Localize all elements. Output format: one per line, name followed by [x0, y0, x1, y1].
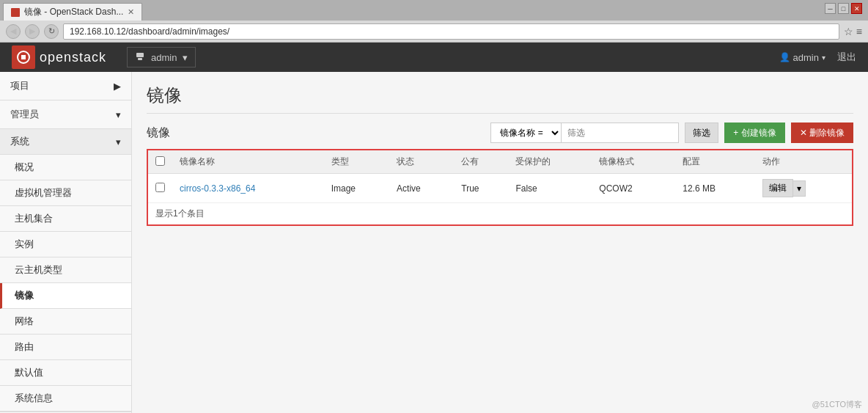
top-navbar: openstack admin ▾ 👤 admin ▾ 退出	[0, 43, 868, 72]
sidebar-item-defaults[interactable]: 默认值	[0, 360, 131, 386]
menu-icon[interactable]: ≡	[856, 26, 862, 37]
image-name-link[interactable]: cirros-0.3.3-x86_64	[180, 183, 255, 194]
table-row: cirros-0.3.3-x86_64 Image Active True Fa…	[148, 174, 852, 203]
user-dropdown-icon: ▾	[822, 54, 825, 62]
table-header-protected: 受保护的	[508, 150, 592, 174]
sidebar-section-admin[interactable]: 管理员 ▾	[0, 100, 131, 129]
browser-tab[interactable]: 镜像 - OpenStack Dash... ✕	[3, 3, 142, 21]
table-section-title: 镜像	[147, 125, 170, 141]
url-bar[interactable]: 192.168.10.12/dashboard/admin/images/	[63, 23, 839, 40]
sidebar-item-flavors[interactable]: 云主机类型	[0, 257, 131, 283]
images-table: 镜像名称 类型 状态 公有 受保护的 镜像格式 配置 动作	[148, 150, 852, 203]
table-header-format: 镜像格式	[592, 150, 675, 174]
row-public-cell: True	[454, 174, 508, 203]
svg-rect-1	[21, 55, 26, 59]
svg-rect-2	[136, 53, 144, 57]
logo-icon	[12, 45, 35, 69]
create-image-button[interactable]: + 创建镜像	[724, 123, 784, 143]
admin-menu[interactable]: admin ▾	[127, 47, 196, 67]
row-status-cell: Active	[389, 174, 454, 203]
row-checkbox-cell	[148, 174, 172, 203]
window-controls: ─ □ ✕	[825, 3, 862, 14]
logout-button[interactable]: 退出	[837, 51, 856, 64]
edit-button[interactable]: 编辑	[762, 179, 793, 197]
url-text: 192.168.10.12/dashboard/admin/images/	[70, 26, 229, 37]
logo-text: openstack	[40, 50, 106, 65]
table-header-name: 镜像名称	[172, 150, 324, 174]
row-size-cell: 12.6 MB	[675, 174, 754, 203]
sidebar-item-instances[interactable]: 实例	[0, 232, 131, 257]
refresh-button[interactable]: ↻	[44, 24, 59, 39]
maximize-button[interactable]: □	[838, 3, 849, 14]
openstack-logo: openstack	[12, 45, 106, 69]
row-name-cell: cirros-0.3.3-x86_64	[172, 174, 324, 203]
svg-rect-3	[138, 58, 142, 60]
sidebar-item-networks-label: 网络	[15, 315, 34, 326]
user-menu[interactable]: 👤 admin ▾	[779, 52, 825, 63]
user-label: admin	[793, 52, 819, 63]
sidebar-item-system-info[interactable]: 系统信息	[0, 386, 131, 412]
sidebar-subsection-system-label: 系统	[10, 135, 29, 148]
forward-button[interactable]: ▶	[25, 24, 40, 39]
sidebar-item-hypervisors-label: 虚拟机管理器	[15, 187, 72, 198]
row-protected-cell: False	[508, 174, 592, 203]
sidebar-item-host-aggregates-label: 主机集合	[15, 213, 53, 224]
sidebar-item-overview[interactable]: 概况	[0, 155, 131, 180]
sidebar-section-project-label: 项目	[10, 79, 29, 92]
table-header-checkbox	[148, 150, 172, 174]
filter-input[interactable]	[562, 123, 679, 143]
admin-label: admin	[151, 52, 177, 63]
table-header-action: 动作	[755, 150, 852, 174]
table-header-size: 配置	[675, 150, 754, 174]
table-toolbar-row: 镜像 镜像名称 = 筛选 + 创建镜像 ✕ 删除镜像	[147, 123, 853, 143]
sidebar-item-routers[interactable]: 路由	[0, 335, 131, 360]
sidebar-item-images[interactable]: 镜像	[0, 283, 131, 309]
row-count: 显示1个条目	[148, 203, 852, 224]
sidebar-section-project-arrow: ▶	[114, 81, 121, 92]
sidebar-subsection-system[interactable]: 系统 ▾	[0, 129, 131, 155]
sidebar-item-overview-label: 概况	[15, 161, 34, 172]
sidebar-item-defaults-label: 默认值	[15, 367, 43, 378]
sidebar-item-flavors-label: 云主机类型	[15, 264, 62, 275]
table-toolbar: 镜像名称 = 筛选 + 创建镜像 ✕ 删除镜像	[490, 123, 853, 143]
sidebar-section-admin-arrow: ▾	[116, 109, 121, 120]
close-button[interactable]: ✕	[851, 3, 862, 14]
sidebar-item-networks[interactable]: 网络	[0, 309, 131, 335]
sidebar-item-system-info-label: 系统信息	[15, 392, 53, 403]
row-action-cell: 编辑 ▾	[755, 174, 852, 203]
row-format-cell: QCOW2	[592, 174, 675, 203]
filter-wrap: 镜像名称 =	[490, 123, 679, 143]
admin-dropdown-icon: ▾	[183, 52, 188, 63]
filter-button[interactable]: 筛选	[685, 123, 718, 143]
bookmark-icon[interactable]: ☆	[844, 26, 853, 37]
sidebar-section-admin-label: 管理员	[10, 108, 39, 121]
admin-icon	[135, 51, 145, 64]
tab-title: 镜像 - OpenStack Dash...	[24, 6, 123, 18]
select-all-checkbox[interactable]	[155, 156, 165, 166]
edit-button-wrap: 编辑 ▾	[762, 179, 845, 197]
sidebar-item-host-aggregates[interactable]: 主机集合	[0, 206, 131, 232]
filter-select[interactable]: 镜像名称 =	[490, 123, 562, 143]
table-header-public: 公有	[454, 150, 508, 174]
navbar-right: 👤 admin ▾ 退出	[779, 51, 856, 64]
tab-close-button[interactable]: ✕	[128, 7, 134, 17]
edit-dropdown-button[interactable]: ▾	[793, 180, 806, 197]
sidebar-subsection-system-arrow: ▾	[116, 136, 121, 147]
table-header-status: 状态	[389, 150, 454, 174]
navbar-left: openstack admin ▾	[12, 45, 196, 69]
watermark: @51CTO博客	[812, 399, 862, 410]
sidebar-item-hypervisors[interactable]: 虚拟机管理器	[0, 180, 131, 206]
back-button[interactable]: ◀	[6, 24, 21, 39]
user-icon: 👤	[779, 52, 790, 62]
sidebar-item-instances-label: 实例	[15, 238, 34, 249]
delete-image-button[interactable]: ✕ 删除镜像	[791, 123, 853, 143]
table-header-type: 类型	[324, 150, 389, 174]
row-type-cell: Image	[324, 174, 389, 203]
images-table-wrap: 镜像名称 类型 状态 公有 受保护的 镜像格式 配置 动作	[147, 149, 853, 226]
sidebar-section-project[interactable]: 项目 ▶	[0, 72, 131, 100]
row-checkbox[interactable]	[155, 183, 165, 192]
sidebar-item-routers-label: 路由	[15, 341, 34, 352]
page-title: 镜像	[147, 84, 853, 114]
browser-action-buttons: ☆ ≡	[844, 26, 862, 37]
minimize-button[interactable]: ─	[825, 3, 836, 14]
